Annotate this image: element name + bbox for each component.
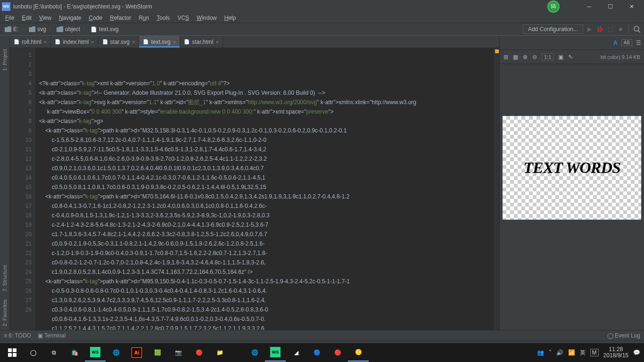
- close-button[interactable]: ✕: [621, 0, 642, 13]
- svg-rendered-text: TEXT WORDS: [523, 159, 620, 177]
- menu-help[interactable]: Help: [221, 14, 239, 22]
- file-info: bit color) 9.14 KB: [601, 54, 640, 60]
- menu-vcs[interactable]: VCS: [174, 14, 192, 22]
- eyedropper-icon[interactable]: ✎: [568, 54, 573, 60]
- close-icon[interactable]: ×: [91, 39, 94, 45]
- preview-zoom-toolbar: ⊞ ▦ ⊕ ⊖ 1:1 ▣ ✎ bit color) 9.14 KB: [500, 50, 644, 64]
- ime-mode[interactable]: M: [590, 349, 599, 356]
- chrome-icon[interactable]: 🟡: [348, 344, 369, 362]
- people-icon[interactable]: 👥: [537, 349, 544, 356]
- menu-refactor[interactable]: Refactor: [107, 14, 134, 22]
- breadcrumb-object[interactable]: object: [55, 25, 82, 33]
- editor-body[interactable]: 1234567891011121314151617181920212223242…: [10, 48, 499, 330]
- tab-text-svg[interactable]: 📄text.svg×: [139, 36, 180, 48]
- menu-window[interactable]: Window: [193, 14, 220, 22]
- breadcrumb-svg[interactable]: svg: [27, 25, 48, 33]
- app-icon-1[interactable]: 🟩: [147, 344, 168, 362]
- separator: [628, 25, 629, 33]
- menu-run[interactable]: Run: [135, 14, 152, 22]
- task-view-icon[interactable]: ⧉: [43, 344, 64, 362]
- folder-icon: [5, 26, 11, 32]
- zoom-out-icon[interactable]: ⊖: [532, 54, 537, 60]
- close-icon[interactable]: ×: [44, 39, 47, 45]
- store-icon[interactable]: 🛍️: [64, 344, 85, 362]
- app-icon-4[interactable]: 🌐: [244, 344, 265, 362]
- close-icon[interactable]: ×: [216, 39, 219, 45]
- debug-icon[interactable]: 🐞: [595, 25, 604, 33]
- breadcrumb-root[interactable]: E:: [3, 25, 20, 33]
- svg-rect-5: [13, 353, 17, 357]
- error-stripe[interactable]: [494, 48, 499, 330]
- main-area: 1: Project 7: Structure 2: Favorites 📄ro…: [0, 36, 644, 330]
- list-icon[interactable]: ☰: [636, 40, 641, 46]
- code-content[interactable]: <?k-attr">class="k-tag">xml k-attr">vers…: [35, 48, 499, 330]
- close-icon[interactable]: ×: [173, 39, 176, 45]
- notification-badge[interactable]: 55: [547, 0, 560, 13]
- font-a-icon[interactable]: A: [613, 40, 618, 46]
- breadcrumb-file[interactable]: 📄text.svg: [89, 25, 120, 33]
- add-configuration-button[interactable]: Add Configuration...: [523, 25, 583, 34]
- tab-star-html[interactable]: 📄star.html×: [180, 36, 223, 48]
- coverage-icon[interactable]: ⬚: [606, 25, 614, 33]
- sidebar-tab-favorites[interactable]: 2: Favorites: [0, 296, 9, 330]
- stop-icon[interactable]: ■: [616, 25, 625, 33]
- app-icon-5[interactable]: 🔵: [306, 344, 327, 362]
- app-icon-3[interactable]: 🔴: [189, 344, 209, 362]
- tool-todo[interactable]: ≡ 6: TODO: [4, 332, 31, 339]
- tab-index-html[interactable]: 📄index.html×: [51, 36, 98, 48]
- sidebar-tab-project[interactable]: 1: Project: [0, 45, 9, 74]
- navigation-toolbar: E: 〉 svg 〉 object 〉 📄text.svg Add Config…: [0, 23, 644, 36]
- webstorm-taskbar-icon[interactable]: WS: [85, 344, 106, 362]
- maximize-button[interactable]: ☐: [600, 0, 621, 13]
- menu-edit[interactable]: Edit: [18, 14, 35, 22]
- grid-icon[interactable]: ⊞: [504, 54, 508, 60]
- file-explorer-icon[interactable]: 📁: [209, 344, 230, 362]
- notifications-icon[interactable]: 💬: [633, 349, 640, 356]
- browser-icon[interactable]: 🌐: [106, 344, 126, 362]
- file-icon: 📄: [184, 39, 190, 44]
- svg-rect-2: [8, 348, 12, 352]
- fit-icon[interactable]: ▣: [558, 54, 563, 60]
- ime-indicator[interactable]: 英: [580, 349, 586, 357]
- start-button[interactable]: [2, 344, 23, 362]
- event-log-button[interactable]: ◯ Event Log: [607, 332, 640, 339]
- font-ab-icon[interactable]: AB: [621, 39, 632, 46]
- windows-taskbar: ◯ ⧉ 🛍️ WS 🌐 Ai 🟩 📷 🔴 📁 🌐 WS ◢ 🔵 🔴 🟡 👥 ˄ …: [0, 343, 644, 362]
- svg-rect-3: [13, 348, 17, 352]
- editor-area: 📄roll.html× 📄index.html× 📄star.svg× 📄tex…: [10, 36, 499, 330]
- checker-icon[interactable]: ▦: [513, 54, 518, 60]
- clock[interactable]: 11:282018/9/15: [603, 346, 628, 359]
- system-tray: 👥 ˄ 🔊 📶 英 M 11:282018/9/15 💬: [537, 346, 642, 359]
- app-icon-2[interactable]: 📷: [168, 344, 189, 362]
- menu-file[interactable]: File: [2, 14, 17, 22]
- search-icon[interactable]: [633, 25, 641, 33]
- app-icon-6[interactable]: 🔴: [327, 344, 348, 362]
- steam-icon[interactable]: ◢: [286, 344, 306, 362]
- zoom-level[interactable]: 1:1: [542, 53, 553, 61]
- zoom-in-icon[interactable]: ⊕: [523, 54, 528, 60]
- network-icon[interactable]: 📶: [568, 349, 575, 356]
- cortana-icon[interactable]: ◯: [23, 344, 43, 362]
- run-icon[interactable]: ▶: [585, 25, 594, 33]
- warning-marker[interactable]: [495, 49, 499, 53]
- menu-view[interactable]: View: [36, 14, 55, 22]
- tool-terminal[interactable]: ▣ Terminal: [38, 332, 66, 339]
- tray-chevron-icon[interactable]: ˄: [549, 349, 552, 356]
- titlebar: WS lunbotu [E:\lunbotu] - E:\svg\object\…: [0, 0, 644, 13]
- chevron-right-icon: 〉: [83, 26, 88, 33]
- webstorm-running-icon[interactable]: WS: [265, 344, 286, 362]
- menu-navigate[interactable]: Navigate: [56, 14, 84, 22]
- tab-roll-html[interactable]: 📄roll.html×: [10, 36, 51, 48]
- close-icon[interactable]: ×: [132, 39, 135, 45]
- minimize-button[interactable]: ─: [578, 0, 600, 13]
- file-icon: 📄: [91, 26, 97, 33]
- volume-icon[interactable]: 🔊: [556, 349, 563, 356]
- folder-icon: [29, 26, 35, 32]
- menu-tools[interactable]: Tools: [153, 14, 173, 22]
- tab-star-svg[interactable]: 📄star.svg×: [99, 36, 140, 48]
- sidebar-tab-structure[interactable]: 7: Structure: [0, 261, 9, 296]
- illustrator-icon[interactable]: Ai: [126, 344, 147, 362]
- line-gutter: 1234567891011121314151617181920212223242…: [10, 48, 35, 330]
- svg-preview-canvas[interactable]: TEXT WORDS: [503, 116, 641, 220]
- menu-code[interactable]: Code: [85, 14, 106, 22]
